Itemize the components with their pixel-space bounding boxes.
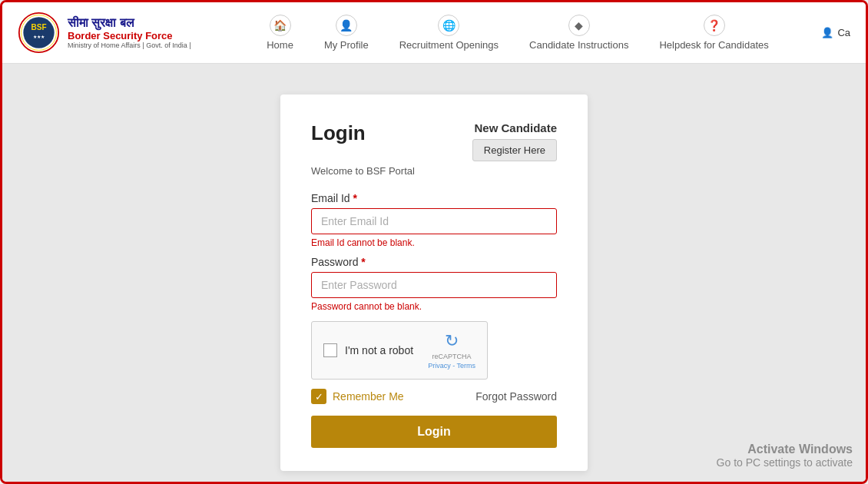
password-form-group: Password * Password cannot be blank. <box>311 256 557 312</box>
instructions-icon: ◆ <box>568 15 590 36</box>
brand-ministry: Ministry of Home Affairs | Govt. of Indi… <box>68 41 191 49</box>
recaptcha-icon: ↻ <box>445 331 459 351</box>
svg-text:BSF: BSF <box>31 23 46 31</box>
captcha-box[interactable]: I'm not a robot ↻ reCAPTCHA Privacy - Te… <box>311 321 488 380</box>
welcome-text: Welcome to BSF Portal <box>311 165 557 177</box>
login-button[interactable]: Login <box>311 416 557 448</box>
remember-row: ✓ Remember Me Forgot Password <box>311 389 557 404</box>
login-card: Login New Candidate Register Here Welcom… <box>280 94 588 471</box>
login-card-header: Login New Candidate Register Here <box>311 121 557 161</box>
user-label: Ca <box>837 27 850 38</box>
home-icon: 🏠 <box>270 15 291 36</box>
svg-point-1 <box>23 17 54 48</box>
helpdesk-icon: ❓ <box>704 15 725 36</box>
new-candidate-label: New Candidate <box>474 121 557 134</box>
remember-me-label[interactable]: Remember Me <box>333 390 404 403</box>
password-label: Password * <box>311 256 557 268</box>
remember-me-checkbox[interactable]: ✓ <box>311 389 326 404</box>
recruitment-icon: 🌐 <box>438 15 459 36</box>
nav-user[interactable]: 👤 Ca <box>821 27 850 38</box>
navbar: BSF ★★★ सीमा सुरक्षा बल Border Security … <box>2 2 866 64</box>
nav-candidate-instructions[interactable]: ◆ Candidate Instructions <box>514 8 644 57</box>
password-input[interactable] <box>311 272 557 298</box>
email-error: Email Id cannot be blank. <box>311 237 557 248</box>
email-required-star: * <box>353 192 356 204</box>
login-title: Login <box>311 121 366 145</box>
password-error: Password cannot be blank. <box>311 301 557 312</box>
svg-text:★★★: ★★★ <box>33 35 45 39</box>
user-icon: 👤 <box>821 27 833 38</box>
brand-logo-section: BSF ★★★ सीमा सुरक्षा बल Border Security … <box>18 12 191 54</box>
brand-text: सीमा सुरक्षा बल Border Security Force Mi… <box>68 16 191 49</box>
profile-icon: 👤 <box>336 15 357 36</box>
checkmark-icon: ✓ <box>315 391 323 403</box>
nav-menu: 🏠 Home 👤 My Profile 🌐 Recruitment Openin… <box>214 8 822 57</box>
captcha-checkbox[interactable] <box>323 343 337 357</box>
bsf-logo: BSF ★★★ <box>18 12 60 54</box>
recaptcha-privacy[interactable]: Privacy - Terms <box>428 362 475 370</box>
email-input[interactable] <box>311 208 557 234</box>
nav-helpdesk[interactable]: ❓ Helpdesk for Candidates <box>644 8 784 57</box>
email-form-group: Email Id * Email Id cannot be blank. <box>311 192 557 248</box>
brand-title-hindi: सीमा सुरक्षा बल <box>68 16 191 30</box>
recaptcha-brand: reCAPTCHA <box>432 353 472 360</box>
captcha-label: I'm not a robot <box>345 344 413 356</box>
register-here-button[interactable]: Register Here <box>472 139 557 161</box>
main-content: Login New Candidate Register Here Welcom… <box>2 64 866 484</box>
nav-recruitment[interactable]: 🌐 Recruitment Openings <box>384 8 514 57</box>
nav-home[interactable]: 🏠 Home <box>251 8 309 57</box>
password-required-star: * <box>361 256 365 268</box>
nav-profile[interactable]: 👤 My Profile <box>309 8 384 57</box>
brand-subtitle: Border Security Force <box>68 30 191 41</box>
forgot-password-link[interactable]: Forgot Password <box>475 390 557 403</box>
email-label: Email Id * <box>311 192 557 204</box>
new-candidate-section: New Candidate Register Here <box>472 121 557 161</box>
